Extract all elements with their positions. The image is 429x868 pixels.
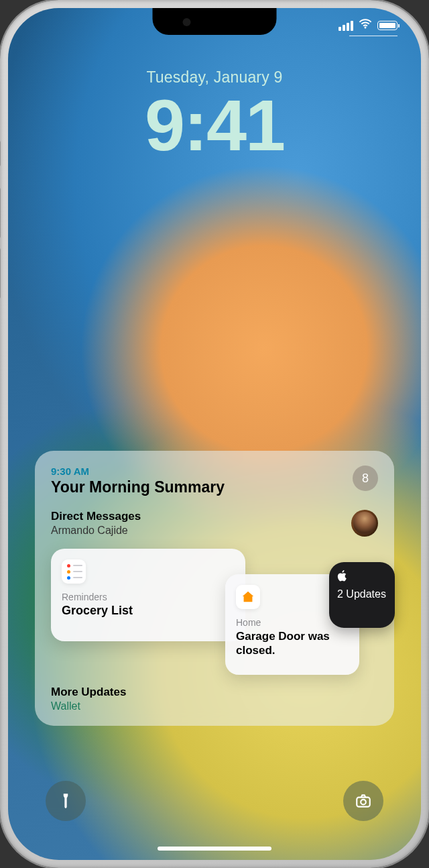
more-updates-app: Wallet bbox=[51, 700, 378, 712]
reminders-title: Grocery List bbox=[62, 604, 235, 618]
lock-screen-shortcuts bbox=[8, 781, 421, 821]
iphone-frame: Tuesday, January 9 9:41 9:30 AM Your Mor… bbox=[0, 0, 429, 868]
camera-button[interactable] bbox=[343, 781, 383, 821]
lock-date: Tuesday, January 9 bbox=[8, 68, 421, 87]
more-updates-heading: More Updates bbox=[51, 686, 378, 699]
more-updates-section[interactable]: More Updates Wallet bbox=[51, 686, 378, 712]
updates-label: 2 Updates bbox=[337, 588, 387, 600]
status-bar bbox=[339, 19, 397, 32]
morning-summary-card[interactable]: 9:30 AM Your Morning Summary 8 Direct Me… bbox=[35, 451, 394, 726]
cellular-signal-icon bbox=[339, 21, 353, 31]
summary-time: 9:30 AM bbox=[51, 466, 378, 477]
system-updates-card[interactable]: 2 Updates bbox=[329, 562, 395, 628]
home-indicator[interactable] bbox=[158, 847, 271, 851]
reminders-app-name: Reminders bbox=[62, 592, 235, 602]
summary-card-stack: Reminders Grocery List Home Garage Door … bbox=[51, 549, 378, 676]
volume-up-button bbox=[0, 188, 1, 238]
home-app-icon bbox=[236, 585, 260, 609]
home-body: Garage Door was closed. bbox=[236, 629, 349, 658]
apple-logo-icon bbox=[337, 570, 387, 584]
battery-icon bbox=[377, 21, 397, 30]
mute-switch bbox=[0, 141, 1, 166]
svg-rect-0 bbox=[357, 798, 370, 807]
direct-messages-sender: Armando Cajide bbox=[51, 525, 141, 537]
summary-count-badge: 8 bbox=[353, 466, 378, 491]
reminders-card[interactable]: Reminders Grocery List bbox=[51, 549, 245, 641]
wifi-icon bbox=[359, 19, 372, 32]
reminders-app-icon bbox=[62, 559, 86, 584]
summary-title: Your Morning Summary bbox=[51, 478, 378, 496]
direct-messages-row[interactable]: Direct Messages Armando Cajide bbox=[51, 510, 378, 537]
svg-point-1 bbox=[361, 800, 366, 805]
flashlight-button[interactable] bbox=[46, 781, 86, 821]
sender-avatar bbox=[351, 510, 378, 537]
volume-down-button bbox=[0, 248, 1, 299]
lock-time: 9:41 bbox=[8, 89, 421, 162]
direct-messages-heading: Direct Messages bbox=[51, 510, 141, 523]
device-notch bbox=[153, 8, 277, 35]
lock-screen[interactable]: Tuesday, January 9 9:41 9:30 AM Your Mor… bbox=[8, 8, 421, 860]
